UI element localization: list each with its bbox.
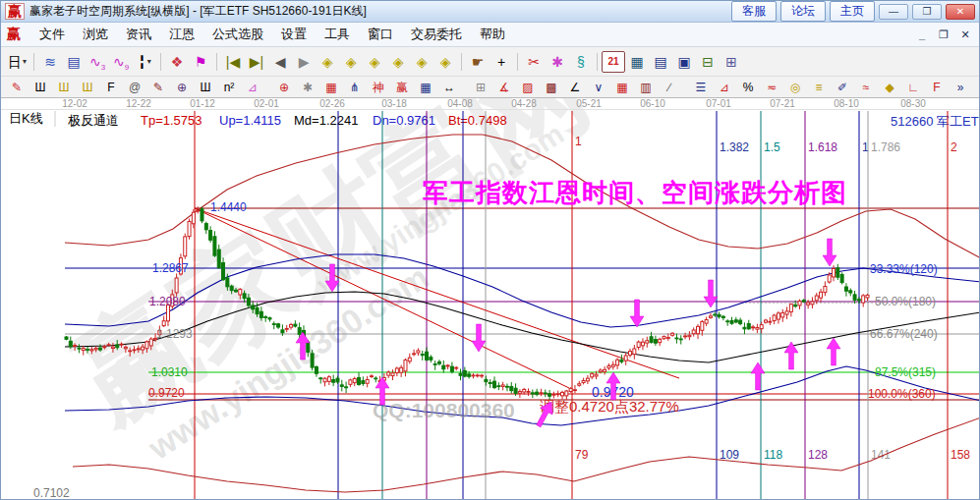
menu-item-6[interactable]: 工具 <box>316 24 359 45</box>
ying-tool-icon[interactable]: 赢 <box>390 78 414 96</box>
percent-channel-tool-icon[interactable]: ⊿ <box>713 78 736 96</box>
zoom-expand-diamond-icon[interactable]: ◈ <box>363 51 386 73</box>
zoom-full-diamond-icon[interactable]: ◈ <box>433 51 457 73</box>
mdi-minimize[interactable]: _ <box>914 28 930 41</box>
red-pencil-tool-icon[interactable]: ✎ <box>5 78 29 96</box>
time-circle-tool-icon[interactable]: ⊕ <box>170 78 194 96</box>
last-bar-button-icon[interactable]: ▶| <box>245 51 268 73</box>
angle-line-tool-icon[interactable]: ∠ <box>563 78 587 96</box>
star-rays-tool-icon[interactable]: ✱ <box>296 78 319 96</box>
angle-flag-tool-icon[interactable]: ⊿ <box>241 78 264 96</box>
mdi-restore[interactable]: ❐ <box>936 28 951 41</box>
wave-v-tool-icon[interactable]: ∨ <box>587 78 610 96</box>
notebook-tool-icon[interactable]: ▤ <box>649 51 672 73</box>
quote-list-tool-icon[interactable]: ☰ <box>689 78 713 96</box>
zoom-all-diamond-icon[interactable]: ◈ <box>410 51 433 73</box>
close-button[interactable]: ✕ <box>946 4 975 20</box>
candle-body <box>408 358 411 361</box>
minimize-button[interactable]: — <box>879 4 908 20</box>
overlay-compare-icon[interactable]: ≋ <box>38 51 62 73</box>
fork-lines-tool-icon[interactable]: ⋔ <box>343 78 367 96</box>
fan-lines-tool-icon[interactable]: ∡ <box>492 78 516 96</box>
golden-lines-tool-icon[interactable]: ≡ <box>807 78 831 96</box>
trend-angle-tool-icon[interactable]: ∟ <box>901 78 925 96</box>
cut-tool-icon[interactable]: ✂ <box>522 51 546 73</box>
kline-chart[interactable]: 赢家财富网www.yingjia360.comwww.yingjia360.co… <box>1 98 980 500</box>
period-day-dropdown-icon[interactable]: 日▾ <box>5 51 29 73</box>
toolbar-gann-tools: ✎ШШШF@✎⊕Шn²⊿⊕✱▦⋔神赢▦↔⊞∡▨▩∠∨▦▥∕☰⊿%≂◎≡✐≈◆∟F… <box>1 77 979 98</box>
smart-brain-tool-icon[interactable]: § <box>569 51 593 73</box>
export-tool-icon[interactable]: ⊟ <box>696 51 720 73</box>
menu-item-2[interactable]: 资讯 <box>117 24 160 45</box>
brush-tool-icon[interactable]: ✐ <box>831 78 854 96</box>
slash-lines-tool-icon[interactable]: ∕ <box>658 78 681 96</box>
calendar-21-tool-icon[interactable]: 21 <box>602 51 625 73</box>
spiral-tool-icon[interactable]: @ <box>123 78 146 96</box>
span-measure-tool-icon[interactable]: ↔ <box>437 78 461 96</box>
gann-model-tool-icon[interactable]: ❖ <box>165 51 189 73</box>
prev-bar-button-icon[interactable]: ◀ <box>268 51 292 73</box>
chart-area[interactable]: 赢家财富网www.yingjia360.comwww.yingjia360.co… <box>1 98 980 500</box>
fib-wave-tool-icon[interactable]: ≈ <box>854 78 878 96</box>
menu-item-4[interactable]: 公式选股 <box>203 24 272 45</box>
candle-style-dropdown-icon[interactable]: ╏▾ <box>133 51 156 73</box>
square-spiral-tool-icon[interactable]: ▦ <box>319 78 343 96</box>
marker-pen-tool-icon[interactable]: ✎ <box>146 78 170 96</box>
menu-item-3[interactable]: 江恩 <box>160 24 203 45</box>
menu-item-8[interactable]: 交易委托 <box>402 24 471 45</box>
drag-hand-tool-icon[interactable]: ☛ <box>466 51 490 73</box>
menu-item-0[interactable]: 文件 <box>30 24 74 45</box>
menu-item-1[interactable]: 浏览 <box>74 24 117 45</box>
gann-grid-2-tool-icon[interactable]: ▥ <box>634 78 658 96</box>
menu-item-9[interactable]: 帮助 <box>471 24 514 45</box>
save-disk-tool-icon[interactable]: ▣ <box>672 51 696 73</box>
grid-123-tool-icon[interactable]: ▦ <box>414 78 437 96</box>
golden-section-tool-icon[interactable]: ◆ <box>878 78 901 96</box>
percent-tool-icon[interactable]: % <box>736 78 760 96</box>
more-tools-1-icon[interactable]: » <box>949 78 972 96</box>
color-volume-flag-icon[interactable]: ⚑ <box>189 51 212 73</box>
ma-9-lines-icon[interactable]: ∿9 <box>109 51 133 73</box>
flower-mark-tool-icon[interactable]: ✱ <box>546 51 569 73</box>
candle-body <box>285 328 288 329</box>
percent-retrace-tool-icon[interactable]: ≂ <box>760 78 783 96</box>
zoom-shrink-diamond-icon[interactable]: ◈ <box>386 51 410 73</box>
golden-comb-2-icon[interactable]: Ш <box>76 78 99 96</box>
retracement-label: 33.33%(120) <box>870 262 938 276</box>
restore-button[interactable]: ❐ <box>912 4 942 20</box>
comb-2-tool-icon[interactable]: Ш <box>194 78 217 96</box>
f-ruler-tool-icon[interactable]: F <box>99 78 123 96</box>
home-button[interactable]: 主页 <box>830 1 875 22</box>
candle-body <box>747 324 750 329</box>
shen-tool-icon[interactable]: 神 <box>367 78 390 96</box>
gann-ruler-tool-icon[interactable]: Ш <box>29 78 52 96</box>
zoom-right-diamond-icon[interactable]: ◈ <box>339 51 363 73</box>
golden-circle-tool-icon[interactable]: ◎ <box>783 78 807 96</box>
bar-count-label: 79 <box>575 448 589 462</box>
forum-button[interactable]: 论坛 <box>780 1 826 22</box>
crosshair-tool-icon[interactable]: + <box>490 51 513 73</box>
golden-comb-1-icon[interactable]: Ш <box>52 78 76 96</box>
print-tool-icon[interactable]: ⊞ <box>720 51 743 73</box>
first-bar-button-icon[interactable]: |◀ <box>221 51 245 73</box>
app-logo-icon: 赢 <box>5 3 25 20</box>
ma-3-lines-icon[interactable]: ∿3 <box>86 51 109 73</box>
candle-body <box>701 321 704 330</box>
box-grid-tool-icon[interactable]: ⊞ <box>469 78 492 96</box>
menu-item-7[interactable]: 窗口 <box>359 24 402 45</box>
calculator-tool-icon[interactable]: ▦ <box>625 51 649 73</box>
gann-target-tool-icon[interactable]: ⊕ <box>272 78 296 96</box>
f10-info-panel-icon[interactable]: ▤ <box>62 51 86 73</box>
candle-body <box>201 209 203 221</box>
zoom-left-diamond-icon[interactable]: ◈ <box>316 51 339 73</box>
mdi-close[interactable]: ✕ <box>957 28 973 41</box>
menu-item-5[interactable]: 设置 <box>272 24 316 45</box>
f-angle-tool-icon[interactable]: F <box>925 78 949 96</box>
fan-dense-tool-icon[interactable]: ▩ <box>540 78 563 96</box>
fan-box-tool-icon[interactable]: ▨ <box>516 78 540 96</box>
next-bar-button-icon[interactable]: ▶ <box>292 51 316 73</box>
candle-body <box>82 349 85 351</box>
gann-grid-tool-icon[interactable]: ▦ <box>610 78 634 96</box>
service-button[interactable]: 客服 <box>731 1 777 22</box>
n-square-tool-icon[interactable]: n² <box>217 78 241 96</box>
